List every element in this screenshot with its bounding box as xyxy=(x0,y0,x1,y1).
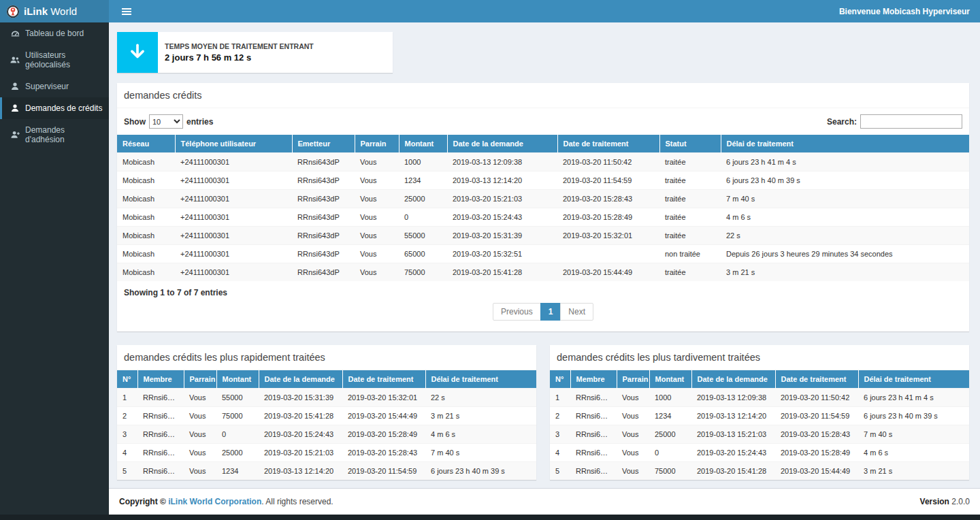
arrow-down-icon xyxy=(117,32,158,73)
table-cell: 4 xyxy=(550,444,570,462)
column-header[interactable]: Date de la demande xyxy=(259,370,342,389)
table-cell: Vous xyxy=(355,208,399,227)
pagination-previous-button[interactable]: Previous xyxy=(493,303,541,321)
sidebar-item-demandes-de-credits[interactable]: Demandes de crédits xyxy=(0,97,109,119)
table-cell: 7 m 40 s xyxy=(858,425,969,444)
sidebar-item-demandes-adhesion[interactable]: Demandes d'adhésion xyxy=(0,119,109,150)
table-cell: Vous xyxy=(355,245,399,263)
footer: Copyright © iLink World Corporation. All… xyxy=(109,488,980,515)
fastest-panel-title: demandes crédits les plus rapidement tra… xyxy=(117,345,536,370)
table-row: 4RRnsi643dPVous250002019-03-20 15:21:032… xyxy=(117,444,536,462)
entries-label: entries xyxy=(186,117,213,127)
sidebar-item-superviseur[interactable]: Superviseur xyxy=(0,76,109,97)
table-cell: 2019-03-20 15:32:01 xyxy=(557,227,659,245)
pagination-next-button[interactable]: Next xyxy=(560,303,593,321)
search-input[interactable] xyxy=(860,114,962,129)
table-cell: 2019-03-20 11:54:59 xyxy=(557,172,659,190)
infobox-title: TEMPS MOYEN DE TRAITEMENT ENTRANT xyxy=(165,42,314,50)
column-header[interactable]: Date de traitement xyxy=(775,370,858,389)
top-navbar: Bienvenue Mobicash Hyperviseur xyxy=(109,0,980,22)
table-cell: 0 xyxy=(649,444,691,462)
table-cell: RRnsi643dP xyxy=(570,389,617,407)
table-cell: 2019-03-20 15:24:43 xyxy=(691,444,775,462)
table-cell: RRnsi643dP xyxy=(292,190,355,208)
column-header[interactable]: N° xyxy=(550,370,570,389)
table-cell: 2019-03-20 15:44:49 xyxy=(342,407,425,425)
credits-panel: demandes crédits Show 10 entries Search: xyxy=(117,83,969,331)
sidebar-item-label: Demandes d'adhésion xyxy=(25,125,103,144)
sidebar-item-label: Superviseur xyxy=(25,82,69,91)
column-header[interactable]: Montant xyxy=(399,135,447,153)
sidebar-toggle-button[interactable] xyxy=(119,7,134,16)
table-cell: RRnsi643dP xyxy=(137,425,184,444)
user-icon xyxy=(10,82,20,91)
company-link[interactable]: iLink World Corporation xyxy=(168,497,261,506)
search-label: Search: xyxy=(827,117,857,127)
table-cell: +24111000301 xyxy=(175,153,292,172)
table-cell: RRnsi643dP xyxy=(292,172,355,190)
table-row: 2RRnsi643dPVous12342019-03-13 12:14:2020… xyxy=(550,407,969,425)
main-area: Bienvenue Mobicash Hyperviseur TEMPS MOY… xyxy=(109,0,980,515)
table-cell: RRnsi643dP xyxy=(137,462,184,481)
table-cell: Depuis 26 jours 3 heures 29 minutes 34 s… xyxy=(721,245,969,263)
app-logo[interactable]: iLink World xyxy=(0,0,109,22)
column-header[interactable]: Téléphone utilisateur xyxy=(175,135,292,153)
table-cell: 2019-03-20 15:31:39 xyxy=(259,389,342,407)
table-cell: +24111000301 xyxy=(175,208,292,227)
table-cell: 6 jours 23 h 40 m 39 s xyxy=(721,172,969,190)
column-header[interactable]: Montant xyxy=(216,370,259,389)
table-cell: 6 jours 23 h 41 m 4 s xyxy=(858,389,969,407)
column-header[interactable]: Date de traitement xyxy=(557,135,659,153)
pagination-page-1-button[interactable]: 1 xyxy=(540,303,561,321)
column-header[interactable]: Statut xyxy=(659,135,721,153)
table-cell: 3 xyxy=(117,425,137,444)
sidebar-item-tableau-de-bord[interactable]: Tableau de bord xyxy=(0,22,109,44)
table-cell: 2019-03-20 15:28:43 xyxy=(557,190,659,208)
table-cell: 1 xyxy=(117,389,137,407)
column-header[interactable]: N° xyxy=(117,370,137,389)
page-length-select[interactable]: 10 xyxy=(149,114,183,129)
column-header[interactable]: Parrain xyxy=(617,370,649,389)
column-header[interactable]: Parrain xyxy=(355,135,399,153)
table-cell: Vous xyxy=(617,389,649,407)
table-cell: 2019-03-13 12:09:38 xyxy=(691,389,775,407)
search-control: Search: xyxy=(827,114,962,129)
column-header[interactable]: Montant xyxy=(649,370,691,389)
column-header[interactable]: Date de la demande xyxy=(691,370,775,389)
column-header[interactable]: Parrain xyxy=(184,370,216,389)
table-cell: 1000 xyxy=(399,153,447,172)
table-cell: Vous xyxy=(184,425,216,444)
table-row: Mobicash+24111000301RRnsi643dPVous02019-… xyxy=(117,208,969,227)
table-row: Mobicash+24111000301RRnsi643dPVous650002… xyxy=(117,245,969,263)
column-header[interactable]: Date de la demande xyxy=(447,135,557,153)
table-row: Mobicash+24111000301RRnsi643dPVous123420… xyxy=(117,172,969,190)
table-cell: 2019-03-20 15:28:43 xyxy=(775,425,858,444)
column-header[interactable]: Membre xyxy=(570,370,617,389)
table-row: 3RRnsi643dPVous250002019-03-13 15:21:032… xyxy=(550,425,969,444)
column-header[interactable]: Membre xyxy=(137,370,184,389)
table-cell: +24111000301 xyxy=(175,245,292,263)
column-header[interactable]: Date de traitement xyxy=(342,370,425,389)
table-cell: RRnsi643dP xyxy=(292,227,355,245)
sidebar-item-utilisateurs-geolocalises[interactable]: Utilisateurs géolocalisés xyxy=(0,44,109,76)
table-row: Mobicash+24111000301RRnsi643dPVous250002… xyxy=(117,190,969,208)
table-cell: 0 xyxy=(216,425,259,444)
column-header[interactable]: Délai de traitement xyxy=(425,370,536,389)
version-text: Version 2.0.0 xyxy=(920,497,970,506)
table-cell: Mobicash xyxy=(117,263,175,282)
datatable-controls: Show 10 entries Search: xyxy=(117,108,969,135)
table-cell: 2019-03-13 12:14:20 xyxy=(259,462,342,481)
table-cell: 2019-03-20 15:41:28 xyxy=(259,407,342,425)
user-plus-icon xyxy=(10,131,20,139)
table-cell: Vous xyxy=(617,444,649,462)
column-header[interactable]: Délai de traitement xyxy=(858,370,969,389)
column-header[interactable]: Réseau xyxy=(117,135,175,153)
user-icon xyxy=(10,104,20,112)
table-cell: 4 m 6 s xyxy=(425,425,536,444)
table-cell: 6 jours 23 h 40 m 39 s xyxy=(425,462,536,481)
column-header[interactable]: Emetteur xyxy=(292,135,355,153)
table-cell: 6 jours 23 h 41 m 4 s xyxy=(721,153,969,172)
bottom-panels-row: demandes crédits les plus rapidement tra… xyxy=(117,345,969,480)
column-header[interactable]: Délai de traitement xyxy=(721,135,969,153)
table-header-row: RéseauTéléphone utilisateurEmetteurParra… xyxy=(117,135,969,153)
